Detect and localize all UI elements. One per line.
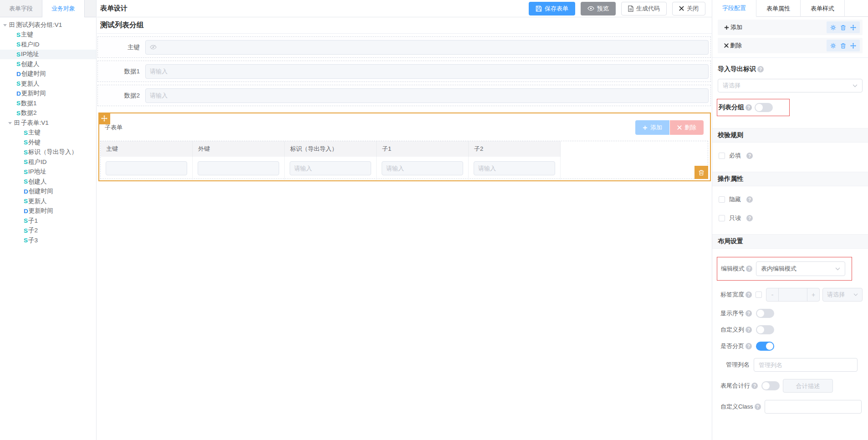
field-action-label: 删除 <box>730 41 742 50</box>
field-input[interactable] <box>145 88 709 103</box>
tree-item[interactable]: 田 D 更新时间 <box>0 206 96 216</box>
tree-item[interactable]: 田 子表单:V1 <box>0 118 96 128</box>
close-button[interactable]: 关闭 <box>672 2 705 15</box>
label-width-label: 标签宽度 <box>720 291 744 299</box>
cell-input[interactable] <box>474 161 555 175</box>
tree-item[interactable]: 田 S 数据2 <box>0 108 96 118</box>
help-icon[interactable] <box>746 266 752 272</box>
trash-icon[interactable] <box>840 43 846 49</box>
help-icon[interactable] <box>757 66 764 72</box>
tree-item-label: 更新时间 <box>29 207 53 215</box>
gear-icon[interactable] <box>830 43 836 49</box>
field-type-prefix: S <box>16 80 20 87</box>
tree-item[interactable]: 田 S 外键 <box>0 138 96 148</box>
cell-input[interactable] <box>198 161 279 175</box>
drag-handle-icon[interactable] <box>98 113 110 124</box>
show-index-toggle[interactable] <box>756 309 774 318</box>
tree-item[interactable]: 田 D 创建时间 <box>0 69 96 79</box>
subform-add-row-button[interactable]: 添加 <box>635 120 669 135</box>
footer-total-input[interactable] <box>783 379 833 393</box>
panel-tab[interactable]: 表单属性 <box>756 0 801 17</box>
help-icon[interactable] <box>746 215 753 221</box>
canvas-field-row[interactable]: 主键 <box>97 36 711 58</box>
tree-item[interactable]: 田 S 主键 <box>0 30 96 40</box>
tree-item[interactable]: 田 S 更新人 <box>0 79 96 89</box>
manage-column-input[interactable] <box>754 358 858 372</box>
help-icon[interactable] <box>746 153 753 159</box>
help-icon[interactable] <box>745 104 752 111</box>
generate-code-button[interactable]: 生成代码 <box>621 2 667 15</box>
help-icon[interactable] <box>746 196 753 203</box>
preview-button[interactable]: 预览 <box>581 2 616 15</box>
field-action-row[interactable]: 添加 <box>718 20 863 35</box>
tree-item[interactable]: 田 D 创建时间 <box>0 187 96 197</box>
tree-item[interactable]: 田 S 子1 <box>0 216 96 226</box>
panel-tab[interactable]: 字段配置 <box>712 0 756 17</box>
field-action-row[interactable]: 删除 <box>718 38 863 53</box>
sidebar-tab[interactable]: 业务对象 <box>42 0 85 17</box>
canvas-field-row[interactable]: 数据2 <box>97 85 711 106</box>
cell-input[interactable] <box>382 161 463 175</box>
caret-down-icon[interactable] <box>3 24 7 28</box>
save-form-button[interactable]: 保存表单 <box>529 2 575 15</box>
help-icon[interactable] <box>751 383 758 389</box>
required-checkbox[interactable] <box>719 153 725 159</box>
tree-item[interactable]: 田 S 子3 <box>0 235 96 246</box>
edit-mode-select[interactable]: 表内编辑模式 <box>756 261 845 276</box>
footer-total-toggle[interactable] <box>761 381 780 390</box>
manage-column-label: 管理列名 <box>726 361 750 369</box>
field-input[interactable] <box>145 64 709 79</box>
help-icon[interactable] <box>745 292 752 298</box>
canvas-field-row[interactable]: 数据1 <box>97 61 711 82</box>
cell-text-input[interactable] <box>478 165 551 172</box>
move-icon[interactable] <box>850 25 856 31</box>
hidden-checkbox[interactable] <box>719 196 725 203</box>
cell-input[interactable] <box>106 161 187 175</box>
tree-item[interactable]: 田 S 创建人 <box>0 59 96 69</box>
tree-item[interactable]: 田 S 主键 <box>0 128 96 138</box>
subform-delete-row-button[interactable]: 删除 <box>670 120 704 135</box>
tree-item[interactable]: 田 测试列表分组:V1 <box>0 20 96 30</box>
cell-input[interactable] <box>290 161 371 175</box>
custom-class-input[interactable] <box>765 400 862 414</box>
readonly-checkbox[interactable] <box>719 215 725 221</box>
text-input[interactable] <box>150 92 704 99</box>
tree-item[interactable]: 田 S IP地址 <box>0 167 96 177</box>
tree-item[interactable]: 田 S 租户ID <box>0 40 96 50</box>
tree-item[interactable]: 田 S 更新人 <box>0 196 96 206</box>
label-width-input[interactable] <box>779 288 807 301</box>
tree-item[interactable]: 田 S 租户ID <box>0 157 96 167</box>
sidebar-tab[interactable]: 表单字段 <box>0 0 42 17</box>
subform-table: 主键 外键 标识（导出导入） 子1 子2 <box>100 141 708 179</box>
minus-icon[interactable]: - <box>766 288 779 301</box>
label-width-unit-select[interactable]: 请选择 <box>822 288 863 302</box>
cell-text-input[interactable] <box>386 165 459 172</box>
text-input[interactable] <box>150 68 704 75</box>
list-group-toggle[interactable] <box>755 103 773 112</box>
panel-tab[interactable]: 表单样式 <box>801 0 845 17</box>
tree-item[interactable]: 田 S 标识（导出导入） <box>0 148 96 158</box>
tree-item[interactable]: 田 D 更新时间 <box>0 89 96 99</box>
plus-icon[interactable]: + <box>807 288 819 301</box>
move-icon[interactable] <box>850 43 856 49</box>
import-export-select[interactable]: 请选择 <box>718 79 863 92</box>
label-width-checkbox[interactable] <box>756 292 762 298</box>
tree-item[interactable]: 田 S 数据1 <box>0 98 96 108</box>
gear-icon[interactable] <box>830 25 836 31</box>
help-icon[interactable] <box>745 327 752 333</box>
custom-column-toggle[interactable] <box>756 325 774 334</box>
help-icon[interactable] <box>755 404 761 410</box>
tree-item[interactable]: 田 S 子2 <box>0 226 96 236</box>
help-icon[interactable] <box>745 343 752 349</box>
pagination-toggle[interactable] <box>756 342 774 351</box>
custom-column-label: 自定义列 <box>720 326 744 334</box>
tree-item[interactable]: 田 S 创建人 <box>0 177 96 187</box>
subform-component[interactable]: 子表单 添加 删除 主键 外键 <box>98 113 711 181</box>
tree-item[interactable]: 田 S IP地址 <box>0 50 96 60</box>
help-icon[interactable] <box>745 310 752 317</box>
trash-icon[interactable] <box>840 25 846 31</box>
field-input[interactable] <box>145 40 709 55</box>
delete-component-button[interactable] <box>694 166 708 179</box>
cell-text-input[interactable] <box>294 165 367 172</box>
caret-down-icon[interactable] <box>8 122 12 126</box>
